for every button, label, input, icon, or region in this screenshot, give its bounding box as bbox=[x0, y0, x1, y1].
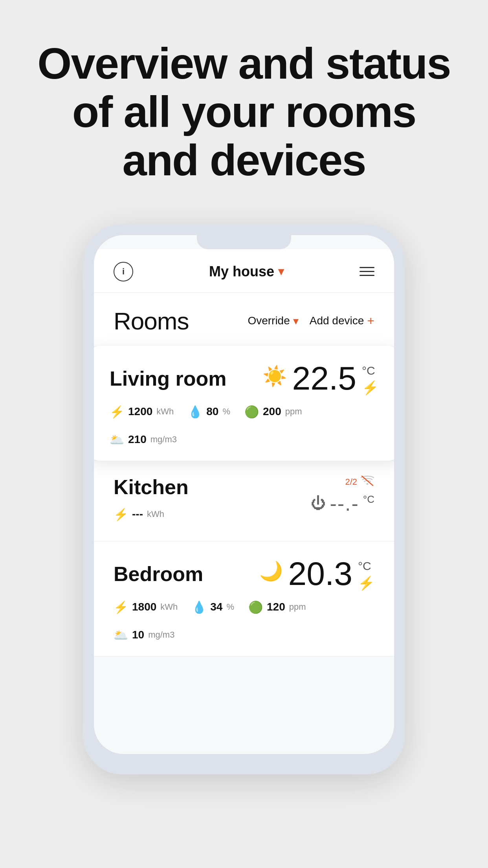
add-device-label: Add device bbox=[310, 314, 364, 327]
svg-point-0 bbox=[367, 483, 369, 485]
house-name: My house bbox=[209, 263, 274, 280]
phone-area: i My house ▾ Rooms bbox=[0, 224, 488, 868]
bedroom-bolt-icon: ⚡ bbox=[358, 575, 374, 591]
living-room-air-value: 210 bbox=[128, 433, 147, 446]
override-label: Override bbox=[248, 314, 290, 327]
energy-bolt-icon: ⚡ bbox=[110, 405, 124, 419]
kitchen-energy-unit: kWh bbox=[147, 509, 164, 519]
living-room-temp: 22.5 bbox=[292, 362, 357, 395]
hero-section: Overview and status of all your rooms an… bbox=[0, 0, 488, 208]
living-room-bolt-icon: ⚡ bbox=[362, 380, 378, 395]
override-button[interactable]: Override ▾ bbox=[248, 314, 298, 327]
kitchen-name: Kitchen bbox=[114, 475, 189, 499]
kitchen-stat-energy: ⚡ --- kWh bbox=[114, 508, 164, 521]
hero-title: Overview and status of all your rooms an… bbox=[31, 39, 457, 185]
living-room-co2-unit: ppm bbox=[285, 406, 302, 417]
info-icon-label: i bbox=[122, 267, 125, 277]
moon-icon: 🌙 bbox=[259, 560, 283, 582]
cloud-icon: 🌥️ bbox=[110, 433, 124, 447]
page-wrapper: Overview and status of all your rooms an… bbox=[0, 0, 488, 868]
menu-line-1 bbox=[360, 267, 374, 268]
living-room-humidity-unit: % bbox=[222, 406, 230, 417]
living-room-temp-unit-area: °C ⚡ bbox=[362, 362, 378, 395]
kitchen-card[interactable]: Kitchen ⚡ --- kWh 2/2 bbox=[94, 461, 394, 541]
bedroom-energy-bolt-icon: ⚡ bbox=[114, 600, 128, 614]
kitchen-device-count: 2/2 bbox=[345, 477, 357, 487]
living-room-stats: ⚡ 1200 kWh 💧 80 % 🟢 200 ppm bbox=[110, 405, 378, 447]
co2-icon: 🟢 bbox=[244, 405, 259, 419]
kitchen-bolt-icon: ⚡ bbox=[114, 508, 128, 521]
bedroom-co2-value: 120 bbox=[267, 601, 285, 613]
living-room-temp-unit: °C bbox=[362, 364, 375, 377]
bedroom-cloud-icon: 🌥️ bbox=[114, 628, 128, 642]
living-room-humidity-value: 80 bbox=[206, 405, 218, 418]
power-icon: ⏻ bbox=[311, 495, 326, 512]
menu-line-3 bbox=[360, 275, 374, 276]
bedroom-stat-air: 🌥️ 10 mg/m3 bbox=[114, 628, 174, 642]
phone-shell: i My house ▾ Rooms bbox=[83, 224, 405, 774]
bedroom-energy-value: 1800 bbox=[132, 601, 156, 613]
chevron-down-icon: ▾ bbox=[278, 265, 284, 278]
droplet-icon: 💧 bbox=[188, 405, 202, 419]
rooms-title: Rooms bbox=[114, 307, 189, 335]
living-room-stat-energy: ⚡ 1200 kWh bbox=[110, 405, 174, 419]
kitchen-info: Kitchen ⚡ --- kWh bbox=[114, 475, 189, 521]
bedroom-co2-icon: 🟢 bbox=[248, 600, 263, 614]
living-room-co2-value: 200 bbox=[263, 405, 281, 418]
living-room-energy-value: 1200 bbox=[128, 405, 152, 418]
bedroom-air-value: 10 bbox=[132, 629, 144, 641]
add-device-button[interactable]: Add device + bbox=[310, 314, 374, 328]
info-button[interactable]: i bbox=[114, 262, 133, 281]
living-room-air-unit: mg/m3 bbox=[150, 434, 177, 445]
kitchen-energy-value: --- bbox=[132, 508, 143, 520]
kitchen-temp: --.- bbox=[330, 492, 359, 515]
menu-line-2 bbox=[360, 271, 374, 272]
phone-notch bbox=[197, 235, 291, 249]
bedroom-co2-unit: ppm bbox=[289, 602, 306, 612]
bedroom-temp-unit: °C bbox=[358, 559, 371, 573]
bedroom-temp: 20.3 bbox=[288, 557, 353, 590]
sun-icon: ☀️ bbox=[262, 365, 287, 388]
living-room-temp-area: ☀️ 22.5 °C ⚡ bbox=[262, 362, 379, 395]
bedroom-temp-area: 🌙 20.3 °C ⚡ bbox=[259, 557, 375, 591]
living-room-name: Living room bbox=[110, 367, 227, 390]
living-room-card[interactable]: Living room ☀️ 22.5 °C ⚡ ⚡ bbox=[94, 346, 394, 461]
bedroom-humidity-unit: % bbox=[226, 602, 234, 612]
bedroom-stat-co2: 🟢 120 ppm bbox=[248, 600, 306, 614]
living-room-stat-air: 🌥️ 210 mg/m3 bbox=[110, 433, 177, 447]
bedroom-temp-unit-area: °C ⚡ bbox=[358, 557, 374, 591]
bedroom-name: Bedroom bbox=[114, 562, 203, 586]
bedroom-energy-unit: kWh bbox=[160, 602, 178, 612]
override-chevron-icon: ▾ bbox=[293, 314, 299, 327]
bedroom-air-unit: mg/m3 bbox=[148, 630, 174, 640]
living-room-energy-unit: kWh bbox=[156, 406, 174, 417]
living-room-stat-humidity: 💧 80 % bbox=[188, 405, 230, 419]
hamburger-menu-button[interactable] bbox=[360, 267, 374, 276]
bedroom-stats: ⚡ 1800 kWh 💧 34 % 🟢 120 ppm bbox=[114, 600, 374, 642]
kitchen-stats: ⚡ --- kWh bbox=[114, 508, 189, 521]
living-room-stat-co2: 🟢 200 ppm bbox=[244, 405, 302, 419]
phone-inner: i My house ▾ Rooms bbox=[94, 235, 394, 754]
bedroom-humidity-value: 34 bbox=[210, 601, 222, 613]
kitchen-temp-unit: °C bbox=[363, 492, 374, 506]
app-header: i My house ▾ bbox=[94, 249, 394, 293]
rooms-actions: Override ▾ Add device + bbox=[248, 314, 374, 328]
bedroom-stat-humidity: 💧 34 % bbox=[192, 600, 234, 614]
bedroom-stat-energy: ⚡ 1800 kWh bbox=[114, 600, 178, 614]
house-selector[interactable]: My house ▾ bbox=[209, 263, 284, 280]
bedroom-droplet-icon: 💧 bbox=[192, 600, 206, 614]
wifi-off-icon bbox=[360, 475, 374, 489]
plus-icon: + bbox=[367, 314, 374, 328]
bedroom-card[interactable]: Bedroom 🌙 20.3 °C ⚡ ⚡ bbox=[94, 541, 394, 657]
rooms-header: Rooms Override ▾ Add device + bbox=[94, 293, 394, 346]
